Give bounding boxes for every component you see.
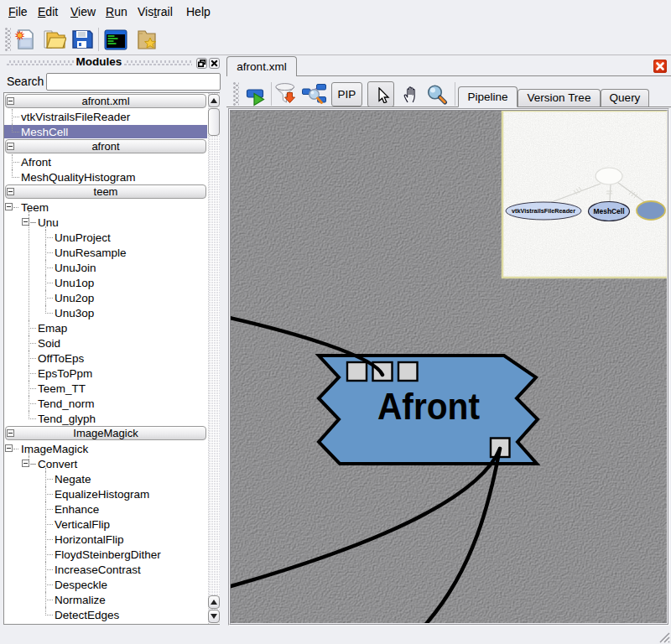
svg-text:vtkVistrailsFileReader: vtkVistrailsFileReader [512,207,575,215]
svg-text:MeshCell: MeshCell [594,207,625,216]
svg-text:Afront: Afront [377,385,480,428]
